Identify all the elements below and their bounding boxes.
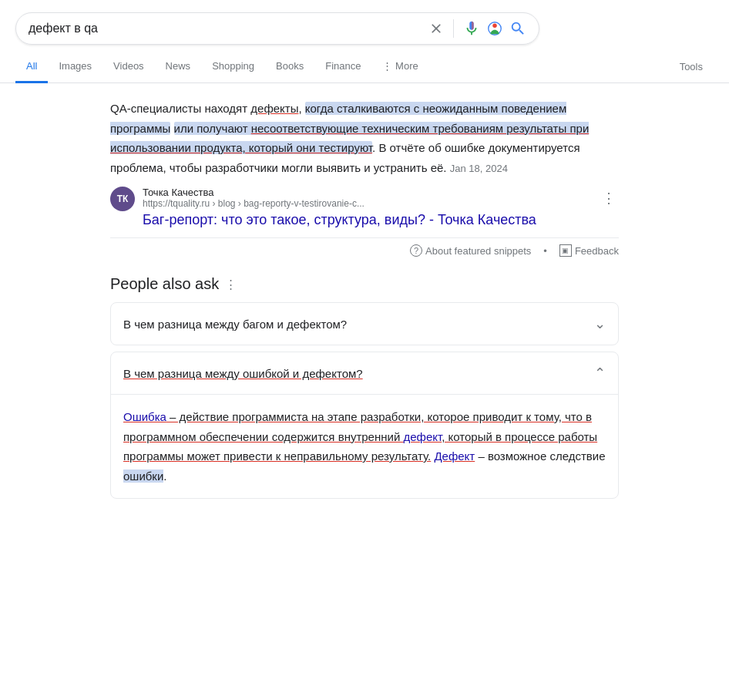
tab-books[interactable]: Books (265, 51, 314, 83)
people-also-ask-section: People also ask ⋮ В чем разница между ба… (110, 275, 619, 499)
source-url: https://tquality.ru › blog › bag-reporty… (143, 198, 591, 209)
paa-question-2[interactable]: В чем разница между ошибкой и дефектом? … (111, 352, 618, 395)
featured-snippet: QA-специалисты находят дефекты, когда ст… (110, 99, 619, 257)
snippet-underline-1: несоответствующие техническим требования… (110, 122, 589, 155)
search-submit-button[interactable] (509, 20, 526, 37)
paa-title: People also ask (110, 275, 219, 293)
about-snippets-link[interactable]: ? About featured snippets (410, 244, 531, 257)
source-info: Точка Качества https://tquality.ru › blo… (143, 187, 591, 228)
source-favicon: ТК (110, 187, 135, 211)
search-nav: All Images Videos News Shopping Books Fi… (0, 51, 729, 83)
paa-answer-2: Ошибка – действие программиста на этапе … (111, 395, 618, 498)
tools-button[interactable]: Tools (669, 52, 714, 82)
paa-menu-button[interactable]: ⋮ (225, 278, 237, 291)
tab-news[interactable]: News (155, 51, 202, 83)
answer-word-defekt2[interactable]: Дефект (434, 449, 475, 463)
main-content: QA-специалисты находят дефекты, когда ст… (95, 83, 634, 520)
tab-all[interactable]: All (15, 51, 48, 83)
svg-point-1 (492, 24, 497, 28)
divider (453, 19, 454, 38)
tab-videos[interactable]: Videos (102, 51, 155, 83)
footer-separator: • (543, 245, 547, 257)
feedback-link[interactable]: ▣ Feedback (559, 244, 619, 257)
snippet-date: Jan 18, 2024 (450, 163, 508, 174)
paa-chevron-up-2: ⌃ (594, 365, 606, 382)
source-menu-button[interactable]: ⋮ (599, 187, 619, 210)
search-bar (15, 12, 539, 45)
search-input[interactable] (29, 22, 422, 35)
defects-word: дефекты (250, 102, 298, 115)
paa-header: People also ask ⋮ (110, 275, 619, 293)
tab-shopping[interactable]: Shopping (201, 51, 265, 83)
paa-item-2: В чем разница между ошибкой и дефектом? … (110, 352, 619, 499)
snippet-text: QA-специалисты находят дефекты, когда ст… (110, 99, 619, 177)
question-icon: ? (410, 244, 422, 257)
paa-chevron-down-1: ⌄ (594, 315, 606, 332)
snippet-footer: ? About featured snippets • ▣ Feedback (110, 237, 619, 257)
search-by-image-button[interactable] (486, 20, 503, 37)
paa-question-1[interactable]: В чем разница между багом и дефектом? ⌄ (111, 303, 618, 345)
clear-search-button[interactable] (428, 21, 444, 36)
source-title-link[interactable]: Баг-репорт: что это такое, структура, ви… (143, 212, 591, 228)
tab-images[interactable]: Images (48, 51, 102, 83)
answer-word-defekt[interactable]: дефект (403, 430, 442, 443)
answer-word-oshibka[interactable]: Ошибка (123, 410, 166, 423)
paa-item-1: В чем разница между багом и дефектом? ⌄ (110, 302, 619, 345)
answer-highlight-oshibki: ошибки (123, 469, 163, 483)
feedback-icon: ▣ (559, 244, 572, 257)
tab-more[interactable]: ⋮ More (371, 51, 428, 83)
source-name: Точка Качества (143, 187, 591, 198)
search-bar-container (0, 0, 729, 45)
tab-finance[interactable]: Finance (314, 51, 371, 83)
snippet-highlight-2: или получают несоответствующие техническ… (110, 122, 589, 155)
voice-search-button[interactable] (463, 20, 480, 37)
paa-question-text-2: В чем разница между ошибкой и дефектом? (123, 367, 363, 380)
snippet-source: ТК Точка Качества https://tquality.ru › … (110, 187, 619, 228)
